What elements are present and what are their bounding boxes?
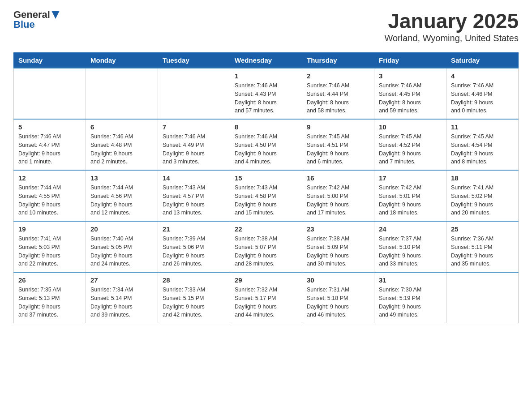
day-number: 20 <box>90 225 153 233</box>
calendar-cell: 24Sunrise: 7:37 AMSunset: 5:10 PMDayligh… <box>374 221 446 272</box>
calendar-cell: 13Sunrise: 7:44 AMSunset: 4:56 PMDayligh… <box>86 170 158 221</box>
day-info: Sunrise: 7:46 AMSunset: 4:44 PMDaylight:… <box>307 81 369 115</box>
day-info: Sunrise: 7:46 AMSunset: 4:43 PMDaylight:… <box>235 81 297 115</box>
day-info: Sunrise: 7:37 AMSunset: 5:10 PMDaylight:… <box>379 235 442 268</box>
calendar-cell: 18Sunrise: 7:41 AMSunset: 5:02 PMDayligh… <box>446 170 519 221</box>
day-number: 10 <box>379 123 442 131</box>
calendar-cell: 27Sunrise: 7:34 AMSunset: 5:14 PMDayligh… <box>86 272 158 323</box>
calendar-cell: 30Sunrise: 7:31 AMSunset: 5:18 PMDayligh… <box>302 272 374 323</box>
day-info: Sunrise: 7:30 AMSunset: 5:19 PMDaylight:… <box>379 286 442 319</box>
day-info: Sunrise: 7:45 AMSunset: 4:52 PMDaylight:… <box>379 133 442 166</box>
calendar-cell <box>14 68 86 119</box>
logo: General Blue <box>13 9 60 30</box>
calendar-week-row: 12Sunrise: 7:44 AMSunset: 4:55 PMDayligh… <box>14 170 519 221</box>
calendar-cell: 9Sunrise: 7:45 AMSunset: 4:51 PMDaylight… <box>302 119 374 170</box>
calendar-cell: 29Sunrise: 7:32 AMSunset: 5:17 PMDayligh… <box>230 272 302 323</box>
day-number: 24 <box>379 225 442 233</box>
header-tuesday: Tuesday <box>158 53 230 68</box>
calendar-cell: 14Sunrise: 7:43 AMSunset: 4:57 PMDayligh… <box>158 170 230 221</box>
header-thursday: Thursday <box>302 53 374 68</box>
day-number: 19 <box>18 225 81 233</box>
day-info: Sunrise: 7:44 AMSunset: 4:55 PMDaylight:… <box>18 184 81 217</box>
day-info: Sunrise: 7:46 AMSunset: 4:47 PMDaylight:… <box>18 133 81 166</box>
calendar-cell: 25Sunrise: 7:36 AMSunset: 5:11 PMDayligh… <box>446 221 519 272</box>
logo-arrow-icon <box>51 11 60 19</box>
calendar-cell: 15Sunrise: 7:43 AMSunset: 4:58 PMDayligh… <box>230 170 302 221</box>
calendar-cell: 16Sunrise: 7:42 AMSunset: 5:00 PMDayligh… <box>302 170 374 221</box>
day-number: 3 <box>379 72 442 80</box>
calendar-week-row: 5Sunrise: 7:46 AMSunset: 4:47 PMDaylight… <box>14 119 519 170</box>
calendar-cell <box>446 272 519 323</box>
calendar-cell: 12Sunrise: 7:44 AMSunset: 4:55 PMDayligh… <box>14 170 86 221</box>
header-friday: Friday <box>374 53 446 68</box>
calendar-cell: 10Sunrise: 7:45 AMSunset: 4:52 PMDayligh… <box>374 119 446 170</box>
calendar-cell: 8Sunrise: 7:46 AMSunset: 4:50 PMDaylight… <box>230 119 302 170</box>
calendar-cell <box>158 68 230 119</box>
day-info: Sunrise: 7:34 AMSunset: 5:14 PMDaylight:… <box>90 286 153 319</box>
day-info: Sunrise: 7:45 AMSunset: 4:54 PMDaylight:… <box>451 133 514 166</box>
day-info: Sunrise: 7:32 AMSunset: 5:17 PMDaylight:… <box>235 286 297 319</box>
day-info: Sunrise: 7:44 AMSunset: 4:56 PMDaylight:… <box>90 184 153 217</box>
day-number: 6 <box>90 123 153 131</box>
day-number: 21 <box>163 225 225 233</box>
header-monday: Monday <box>86 53 158 68</box>
day-number: 13 <box>90 174 153 182</box>
header-sunday: Sunday <box>14 53 86 68</box>
page-header: General Blue January 2025 Worland, Wyomi… <box>13 9 519 43</box>
calendar-cell: 26Sunrise: 7:35 AMSunset: 5:13 PMDayligh… <box>14 272 86 323</box>
day-number: 12 <box>18 174 81 182</box>
day-info: Sunrise: 7:31 AMSunset: 5:18 PMDaylight:… <box>307 286 369 319</box>
calendar-week-row: 1Sunrise: 7:46 AMSunset: 4:43 PMDaylight… <box>14 68 519 119</box>
day-info: Sunrise: 7:43 AMSunset: 4:57 PMDaylight:… <box>163 184 225 217</box>
logo-blue-text: Blue <box>13 19 35 30</box>
day-number: 18 <box>451 174 514 182</box>
calendar-cell: 1Sunrise: 7:46 AMSunset: 4:43 PMDaylight… <box>230 68 302 119</box>
svg-marker-0 <box>51 11 60 19</box>
calendar-cell: 4Sunrise: 7:46 AMSunset: 4:46 PMDaylight… <box>446 68 519 119</box>
header-saturday: Saturday <box>446 53 519 68</box>
calendar-week-row: 19Sunrise: 7:41 AMSunset: 5:03 PMDayligh… <box>14 221 519 272</box>
calendar-week-row: 26Sunrise: 7:35 AMSunset: 5:13 PMDayligh… <box>14 272 519 323</box>
calendar-cell: 19Sunrise: 7:41 AMSunset: 5:03 PMDayligh… <box>14 221 86 272</box>
day-info: Sunrise: 7:38 AMSunset: 5:07 PMDaylight:… <box>235 235 297 268</box>
day-info: Sunrise: 7:45 AMSunset: 4:51 PMDaylight:… <box>307 133 369 166</box>
day-number: 1 <box>235 72 297 80</box>
day-info: Sunrise: 7:39 AMSunset: 5:06 PMDaylight:… <box>163 235 225 268</box>
day-info: Sunrise: 7:46 AMSunset: 4:49 PMDaylight:… <box>163 133 225 166</box>
day-number: 7 <box>163 123 225 131</box>
day-number: 28 <box>163 276 225 284</box>
header-wednesday: Wednesday <box>230 53 302 68</box>
day-info: Sunrise: 7:46 AMSunset: 4:45 PMDaylight:… <box>379 81 442 115</box>
calendar-cell: 6Sunrise: 7:46 AMSunset: 4:48 PMDaylight… <box>86 119 158 170</box>
day-number: 26 <box>18 276 81 284</box>
day-number: 9 <box>307 123 369 131</box>
day-info: Sunrise: 7:42 AMSunset: 5:01 PMDaylight:… <box>379 184 442 217</box>
day-info: Sunrise: 7:40 AMSunset: 5:05 PMDaylight:… <box>90 235 153 268</box>
day-number: 16 <box>307 174 369 182</box>
day-info: Sunrise: 7:46 AMSunset: 4:46 PMDaylight:… <box>451 81 514 115</box>
calendar-cell <box>86 68 158 119</box>
calendar-cell: 7Sunrise: 7:46 AMSunset: 4:49 PMDaylight… <box>158 119 230 170</box>
calendar-cell: 28Sunrise: 7:33 AMSunset: 5:15 PMDayligh… <box>158 272 230 323</box>
day-info: Sunrise: 7:46 AMSunset: 4:50 PMDaylight:… <box>235 133 297 166</box>
title-section: January 2025 Worland, Wyoming, United St… <box>384 9 519 43</box>
calendar-title: January 2025 <box>384 9 519 33</box>
calendar-cell: 17Sunrise: 7:42 AMSunset: 5:01 PMDayligh… <box>374 170 446 221</box>
day-number: 5 <box>18 123 81 131</box>
day-number: 14 <box>163 174 225 182</box>
day-number: 4 <box>451 72 514 80</box>
calendar-cell: 3Sunrise: 7:46 AMSunset: 4:45 PMDaylight… <box>374 68 446 119</box>
day-number: 2 <box>307 72 369 80</box>
calendar-table: Sunday Monday Tuesday Wednesday Thursday… <box>13 52 519 323</box>
calendar-cell: 31Sunrise: 7:30 AMSunset: 5:19 PMDayligh… <box>374 272 446 323</box>
day-number: 30 <box>307 276 369 284</box>
day-info: Sunrise: 7:38 AMSunset: 5:09 PMDaylight:… <box>307 235 369 268</box>
calendar-cell: 2Sunrise: 7:46 AMSunset: 4:44 PMDaylight… <box>302 68 374 119</box>
day-info: Sunrise: 7:46 AMSunset: 4:48 PMDaylight:… <box>90 133 153 166</box>
calendar-header-row: Sunday Monday Tuesday Wednesday Thursday… <box>14 53 519 68</box>
day-number: 11 <box>451 123 514 131</box>
calendar-cell: 23Sunrise: 7:38 AMSunset: 5:09 PMDayligh… <box>302 221 374 272</box>
day-number: 8 <box>235 123 297 131</box>
day-number: 25 <box>451 225 514 233</box>
day-info: Sunrise: 7:41 AMSunset: 5:02 PMDaylight:… <box>451 184 514 217</box>
